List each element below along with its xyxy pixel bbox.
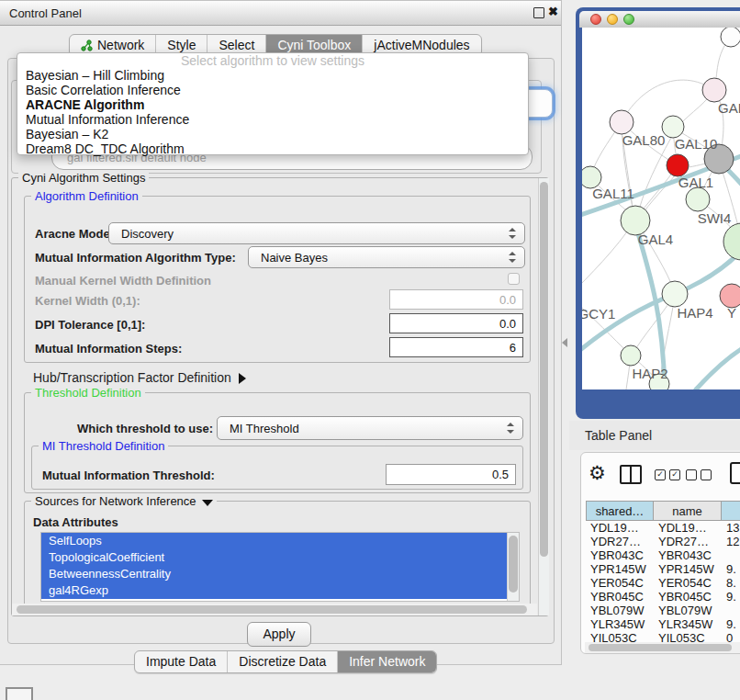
mi-threshold-group-title: MI Threshold Definition <box>39 439 168 453</box>
dropdown-item[interactable]: Bayesian – Hill Climbing <box>17 68 528 83</box>
select-all-checkboxes-icon[interactable]: ✓✓ <box>655 469 680 480</box>
node-gal1[interactable] <box>667 154 689 176</box>
control-panel-window: Control Panel ✖ Network Style Select Cyn… <box>0 0 562 665</box>
table-row[interactable]: YPR145W YPR145W 9. <box>586 562 740 576</box>
mi-type-label: Mutual Information Algorithm Type: <box>35 251 236 265</box>
node-gal2[interactable] <box>702 78 726 102</box>
mi-threshold-label: Mutual Information Threshold: <box>42 469 215 482</box>
node[interactable] <box>721 28 740 47</box>
column-header-partial[interactable] <box>722 501 740 521</box>
attribute-list-scrollbar[interactable] <box>507 533 519 601</box>
which-threshold-combo[interactable]: MI Threshold <box>217 416 523 440</box>
aracne-mode-label: Aracne Mode: <box>35 227 114 241</box>
close-icon[interactable]: ✖ <box>548 5 558 18</box>
mi-type-value: Naive Bayes <box>261 251 328 265</box>
table-row[interactable]: YDL19… YDL19… 13 <box>586 521 740 535</box>
mi-threshold-input[interactable]: 0.5 <box>386 464 516 485</box>
threshold-definition-title: Threshold Definition <box>31 386 145 400</box>
which-threshold-label: Which threshold to use: <box>77 422 213 435</box>
splitter-collapse-icon[interactable] <box>562 338 567 347</box>
data-attributes-list[interactable]: SelfLoops TopologicalCoefficient Between… <box>40 532 520 602</box>
dpi-tolerance-input[interactable]: 0.0 <box>389 313 523 333</box>
network-canvas[interactable]: GAL2 GAL80 GAL10 GAL1 SWI4 GAL11 GAL4 GC… <box>582 28 740 390</box>
minimized-panel-icon[interactable] <box>6 687 33 700</box>
table-row[interactable]: YLR345W YLR345W 9. <box>586 617 740 631</box>
table-row[interactable]: YDR27… YDR27… 12 <box>586 535 740 548</box>
node-label: GAL2 <box>718 100 740 116</box>
table-row[interactable]: YER054C YER054C 8. <box>586 576 740 590</box>
dropdown-item[interactable]: Dream8 DC_TDC Algorithm <box>17 141 528 156</box>
node-label: GAL1 <box>678 175 713 190</box>
expand-arrow-icon[interactable] <box>239 373 246 384</box>
attribute-item[interactable]: TopologicalCoefficient <box>41 549 508 566</box>
dropdown-item-aracne[interactable]: ARACNE Algorithm <box>17 97 528 112</box>
node-gal10[interactable] <box>662 116 684 138</box>
attribute-item[interactable]: SelfLoops <box>41 533 508 549</box>
network-window-titlebar[interactable] <box>579 11 740 28</box>
minimize-traffic-light-icon[interactable] <box>607 14 618 25</box>
close-traffic-light-icon[interactable] <box>590 14 601 25</box>
aracne-mode-combo[interactable]: Discovery <box>108 222 525 244</box>
algorithm-dropdown-list: Select algorithm to view settings Bayesi… <box>17 52 529 155</box>
data-attributes-label: Data Attributes <box>33 515 118 529</box>
table-horizontal-scrollbar[interactable] <box>585 642 740 653</box>
column-header-shared[interactable]: shared… <box>586 501 654 521</box>
stepper-icon <box>509 228 516 239</box>
algorithm-definition-title: Algorithm Definition <box>31 189 142 203</box>
table-panel-strip: Table Panel <box>569 421 740 450</box>
deselect-all-checkboxes-icon[interactable] <box>686 469 712 480</box>
stepper-icon <box>507 423 514 434</box>
node-swi4[interactable] <box>686 187 710 211</box>
attribute-item[interactable]: BetweennessCentrality <box>41 566 508 582</box>
node-hap4[interactable] <box>662 281 688 307</box>
float-window-icon[interactable] <box>533 7 544 18</box>
table-header-row: shared… name <box>586 501 740 521</box>
zoom-traffic-light-icon[interactable] <box>623 14 634 25</box>
node-label: GAL10 <box>675 136 718 152</box>
kernel-width-label: Kernel Width (0,1): <box>35 294 140 308</box>
dropdown-placeholder: Select algorithm to view settings <box>17 53 528 68</box>
apply-button[interactable]: Apply <box>247 622 311 647</box>
column-header-name[interactable]: name <box>654 501 722 521</box>
sources-group-title[interactable]: Sources for Network Inference <box>31 494 217 508</box>
table-row[interactable]: YBL079W YBL079W <box>586 604 740 617</box>
kernel-width-input[interactable]: 0.0 <box>389 289 523 310</box>
network-icon <box>81 40 93 51</box>
aracne-mode-value: Discovery <box>121 227 174 241</box>
tab-impute-data[interactable]: Impute Data <box>135 651 227 672</box>
manual-kernel-width-checkbox[interactable] <box>508 273 520 285</box>
node[interactable] <box>723 223 740 260</box>
table-panel-title: Table Panel <box>585 428 652 443</box>
table-panel-card: ⚙ ✓✓ shared… name YDL19… YDL19… 13 YDR27… <box>580 452 740 654</box>
document-icon[interactable] <box>730 462 740 484</box>
manual-kernel-width-label: Manual Kernel Width Definition <box>35 274 211 288</box>
split-columns-icon[interactable] <box>620 465 642 484</box>
settings-horizontal-scrollbar[interactable] <box>12 604 537 615</box>
node-label: Y <box>727 305 736 321</box>
table-row[interactable]: YBR043C YBR043C <box>586 548 740 562</box>
mi-type-combo[interactable]: Naive Bayes <box>248 246 525 268</box>
dropdown-item[interactable]: Basic Correlation Inference <box>17 83 528 97</box>
control-panel-title: Control Panel <box>9 6 82 20</box>
settings-vertical-scrollbar[interactable] <box>538 178 549 615</box>
dropdown-item[interactable]: Bayesian – K2 <box>17 127 528 141</box>
node-label: HAP2 <box>632 366 667 381</box>
node-label: SWI4 <box>698 210 732 226</box>
table-row[interactable]: YBR045C YBR045C 9. <box>586 590 740 604</box>
control-panel-titlebar[interactable]: Control Panel ✖ <box>0 1 561 26</box>
hub-section-toggle[interactable]: Hub/Transcription Factor Definition <box>33 370 246 385</box>
tab-discretize-data[interactable]: Discretize Data <box>227 651 337 672</box>
attribute-item[interactable]: gal4RGexp <box>41 582 508 599</box>
gear-icon[interactable]: ⚙ <box>589 463 606 482</box>
collapse-arrow-icon[interactable] <box>202 500 213 506</box>
dropdown-item[interactable]: Mutual Information Inference <box>17 112 528 127</box>
dpi-tolerance-label: DPI Tolerance [0,1]: <box>35 318 145 332</box>
network-view-window[interactable]: GAL2 GAL80 GAL10 GAL1 SWI4 GAL11 GAL4 GC… <box>576 7 740 419</box>
mi-steps-input[interactable]: 6 <box>389 337 523 357</box>
node-gal80[interactable] <box>610 110 633 134</box>
node-label: GCY1 <box>582 306 615 322</box>
node-label: GAL4 <box>638 231 673 247</box>
node-hap2[interactable] <box>621 345 641 366</box>
node-label: GAL11 <box>592 186 634 201</box>
tab-infer-network[interactable]: Infer Network <box>337 651 436 672</box>
